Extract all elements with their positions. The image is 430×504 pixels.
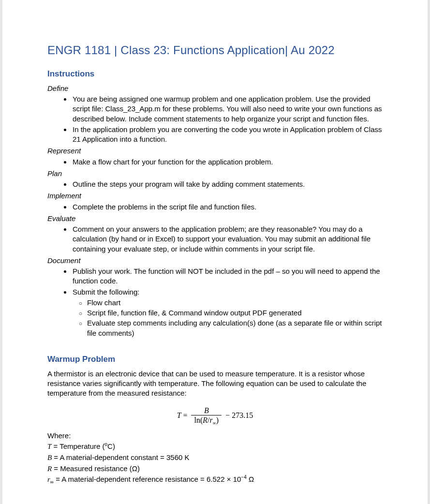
implement-label: Implement [47,191,383,201]
eq-fraction: B ln(R/r∞) [191,406,222,426]
list-item: Evaluate step comments including any cal… [87,318,383,338]
thermistor-equation: T = B ln(R/r∞) − 273.15 [47,406,383,426]
warmup-intro: A thermistor is an electronic device tha… [47,369,383,399]
def-T-text: = Temperature ( [51,442,104,450]
evaluate-label: Evaluate [47,214,383,223]
where-block: Where: T = Temperature (oC) B = A materi… [47,430,383,486]
def-rinf: r∞ = A material-dependent reference resi… [47,474,383,486]
instructions-section: Instructions Define You are being assign… [47,69,383,338]
list-item: Comment on your answers to the applicati… [72,224,383,254]
page-title: ENGR 1181 | Class 23: Functions Applicat… [47,44,383,57]
list-item-text: Submit the following: [73,288,139,296]
def-T: T = Temperature (oC) [47,441,383,452]
submit-sublist: Flow chart Script file, function file, &… [73,298,383,338]
sym-B: B [47,454,52,461]
def-rinf-tail: Ω [247,475,254,483]
def-T-tail: C) [107,442,115,450]
sym-R: R [47,465,52,473]
eq-equals: = [183,411,187,419]
list-item: In the application problem you are conve… [72,125,383,145]
list-item: Submit the following: Flow chart Script … [72,287,383,338]
warmup-section: Warmup Problem A thermistor is an electr… [47,355,383,504]
plan-list: Outline the steps your program will take… [47,179,383,189]
def-rinf-exp: −4 [241,474,246,480]
list-item: Outline the steps your program will take… [72,179,383,189]
document-page: ENGR 1181 | Class 23: Functions Applicat… [0,0,430,504]
define-list: You are being assigned one warmup proble… [47,94,383,144]
define-label: Define [47,84,383,93]
document-list: Publish your work. The function will NOT… [47,267,383,338]
list-item: You are being assigned one warmup proble… [72,94,383,124]
eq-tail: − 273.15 [225,411,253,419]
def-B-text: = A material-dependent constant = 3560 K [52,453,189,461]
eq-inf-sub: ∞ [213,420,216,426]
eq-numerator: B [191,406,222,416]
plan-label: Plan [47,169,383,178]
represent-list: Make a flow chart for your function for … [47,157,383,167]
page-border-right [428,0,430,504]
list-item: Script file, function file, & Command wi… [87,308,383,318]
eq-R: R [203,416,208,424]
list-item: Publish your work. The function will NOT… [72,267,383,286]
evaluate-list: Comment on your answers to the applicati… [47,224,383,254]
eq-denominator: ln(R/r∞) [191,415,222,426]
represent-label: Represent [47,146,383,156]
list-item: Flow chart [87,298,383,308]
document-label: Document [47,256,383,266]
instructions-heading: Instructions [47,69,383,80]
eq-ln-close: ) [216,416,219,424]
eq-ln-open: ln( [194,416,203,424]
where-label: Where: [47,430,383,441]
def-B: B = A material-dependent constant = 3560… [47,452,383,463]
list-item: Complete the problems in the script file… [72,202,383,212]
sym-rinf-sub: ∞ [50,479,54,485]
list-item: Make a flow chart for your function for … [72,157,383,167]
def-rinf-text: = A material-dependent reference resista… [54,475,241,483]
eq-lhs: T [177,411,181,419]
def-R: R = Measured resistance (Ω) [47,463,383,474]
implement-list: Complete the problems in the script file… [47,202,383,212]
def-R-text: = Measured resistance (Ω) [52,464,140,473]
warmup-heading: Warmup Problem [47,355,383,364]
page-border-left [0,0,2,504]
